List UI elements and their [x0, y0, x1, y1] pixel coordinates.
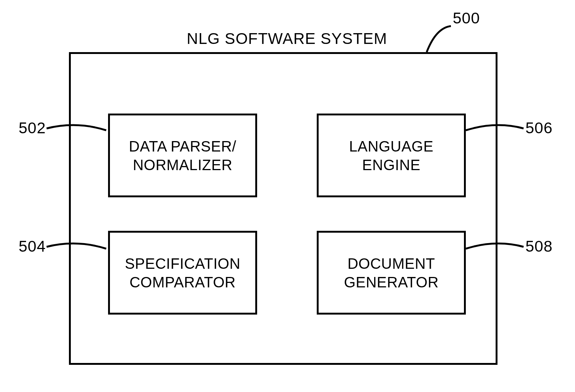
outer-container-box: DATA PARSER/ NORMALIZER LANGUAGE ENGINE … [69, 52, 497, 365]
diagram-title: NLG SOFTWARE SYSTEM [187, 30, 387, 48]
label-508: 508 [525, 238, 553, 255]
label-502: 502 [19, 119, 46, 137]
label-504: 504 [19, 238, 46, 255]
label-500: 500 [453, 9, 480, 27]
document-generator-box: DOCUMENT GENERATOR [317, 231, 466, 315]
box-line-1: LANGUAGE [349, 137, 433, 156]
box-line-2: ENGINE [362, 156, 420, 174]
box-line-2: NORMALIZER [133, 156, 232, 174]
box-line-1: DATA PARSER/ [129, 137, 236, 156]
data-parser-normalizer-box: DATA PARSER/ NORMALIZER [108, 114, 257, 197]
nlg-software-system-diagram: NLG SOFTWARE SYSTEM DATA PARSER/ NORMALI… [69, 30, 505, 372]
box-line-1: SPECIFICATION [125, 254, 240, 273]
label-506: 506 [525, 119, 553, 137]
specification-comparator-box: SPECIFICATION COMPARATOR [108, 231, 257, 315]
box-line-1: DOCUMENT [347, 254, 435, 273]
language-engine-box: LANGUAGE ENGINE [317, 114, 466, 197]
box-line-2: GENERATOR [344, 273, 439, 291]
box-line-2: COMPARATOR [129, 273, 236, 291]
